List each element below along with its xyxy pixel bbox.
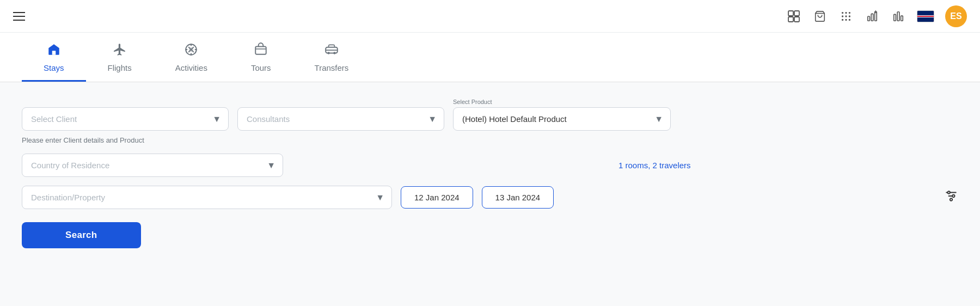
tours-icon <box>254 42 268 60</box>
travelers-link[interactable]: 1 rooms, 2 travelers <box>618 161 691 170</box>
tab-transfers-label: Transfers <box>315 63 349 72</box>
svg-point-34 <box>952 194 954 197</box>
tab-stays-label: Stays <box>44 63 64 72</box>
svg-point-9 <box>845 15 847 17</box>
grid-icon[interactable] <box>786 9 801 24</box>
check-out-date-button[interactable]: 13 Jan 2024 <box>482 186 554 209</box>
tab-flights-label: Flights <box>108 63 132 72</box>
filter-options-button[interactable] <box>944 189 958 206</box>
transfers-icon <box>324 42 339 60</box>
svg-point-35 <box>950 198 952 200</box>
svg-rect-0 <box>788 11 793 16</box>
stays-icon <box>47 42 61 60</box>
flights-icon <box>113 42 127 60</box>
svg-rect-15 <box>871 14 873 21</box>
destination-dropdown[interactable]: Destination/Property <box>22 186 392 209</box>
svg-rect-20 <box>897 11 899 21</box>
svg-point-12 <box>845 19 847 20</box>
svg-point-8 <box>842 15 843 17</box>
tab-activities[interactable]: Activities <box>154 33 229 82</box>
svg-rect-2 <box>788 17 793 22</box>
consultants-wrapper: Consultants ▼ <box>237 107 444 131</box>
tab-stays[interactable]: Stays <box>22 33 86 82</box>
select-client-dropdown[interactable]: Select Client <box>22 107 229 131</box>
consultants-dropdown[interactable]: Consultants <box>237 107 444 131</box>
svg-rect-22 <box>52 51 56 55</box>
tab-flights[interactable]: Flights <box>86 33 154 82</box>
bar-chart-icon[interactable] <box>891 9 906 24</box>
check-in-date-button[interactable]: 12 Jan 2024 <box>401 186 473 209</box>
svg-point-6 <box>845 11 847 13</box>
svg-rect-3 <box>794 17 799 22</box>
destination-wrapper: Destination/Property ▼ <box>22 186 392 209</box>
top-navigation: ES <box>0 0 980 33</box>
select-product-label: Select Product <box>453 99 671 105</box>
activities-icon <box>184 42 198 60</box>
svg-point-11 <box>842 19 843 20</box>
main-content: Select Client ▼ Consultants ▼ Select Pro… <box>0 82 980 265</box>
svg-rect-21 <box>901 16 903 21</box>
svg-rect-14 <box>868 16 870 21</box>
svg-point-33 <box>948 191 950 193</box>
form-hint-text: Please enter Client details and Product <box>22 136 144 144</box>
tab-navigation: Stays Flights Activities T <box>0 33 980 82</box>
user-avatar[interactable]: ES <box>945 5 967 27</box>
tab-transfers[interactable]: Transfers <box>293 33 371 82</box>
svg-rect-25 <box>255 47 266 54</box>
svg-point-29 <box>333 52 335 54</box>
svg-rect-19 <box>894 14 896 21</box>
svg-point-10 <box>849 15 850 17</box>
svg-rect-1 <box>794 11 799 16</box>
nav-icons-group: ES <box>786 5 967 27</box>
select-product-dropdown[interactable]: (Hotel) Hotel Default Product <box>453 107 671 131</box>
tab-tours-label: Tours <box>251 63 271 72</box>
cart-icon[interactable] <box>812 9 828 24</box>
select-product-wrapper: (Hotel) Hotel Default Product ▼ <box>453 107 671 131</box>
search-button[interactable]: Search <box>22 222 141 248</box>
country-residence-wrapper: Country of Residence ▼ <box>22 154 283 177</box>
select-client-wrapper: Select Client ▼ <box>22 107 229 131</box>
tab-activities-label: Activities <box>175 63 207 72</box>
hamburger-menu[interactable] <box>13 12 25 21</box>
svg-point-13 <box>849 19 850 20</box>
apps-icon[interactable] <box>838 9 854 24</box>
svg-point-28 <box>327 52 329 54</box>
tab-tours[interactable]: Tours <box>229 33 293 82</box>
country-residence-dropdown[interactable]: Country of Residence <box>22 154 283 177</box>
chart-add-icon[interactable] <box>865 9 880 24</box>
language-flag[interactable] <box>917 10 934 22</box>
svg-point-7 <box>849 11 850 13</box>
svg-point-5 <box>842 11 843 13</box>
